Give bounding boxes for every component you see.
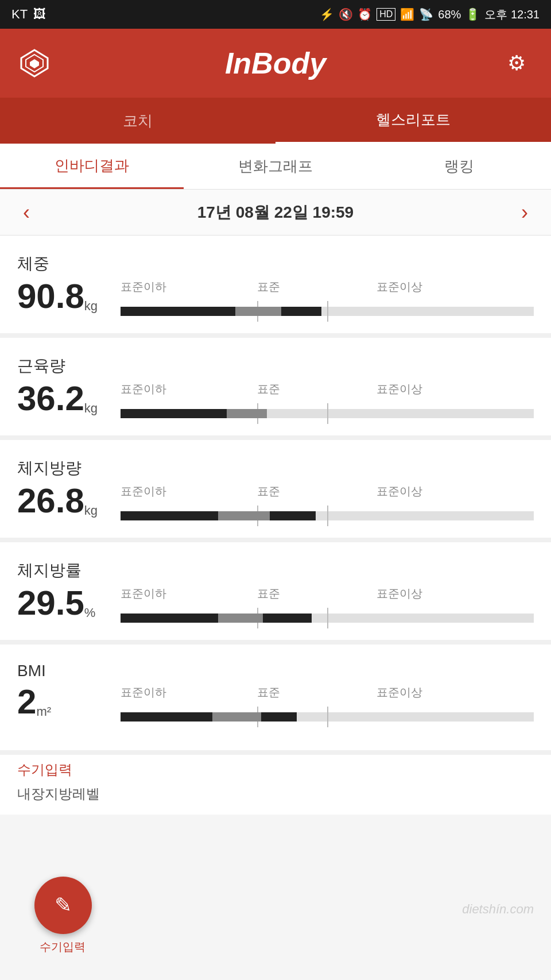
label-below: 표준이하 (121, 484, 166, 499)
sub-tab-coach[interactable]: 코치 (0, 98, 276, 144)
app-header: InBody ⚙ (0, 29, 551, 98)
time-display: 오후 12:31 (484, 7, 540, 22)
metric-weight-title: 체중 (17, 253, 534, 275)
metric-muscle: 근육량 36.2kg 표준이하 표준 표준이상 (0, 338, 551, 440)
metric-bmi-unit: m² (36, 704, 51, 719)
label-below: 표준이하 (121, 279, 166, 295)
metric-muscle-chart: 표준이하 표준 표준이상 (121, 381, 534, 424)
date-navigation: ‹ 17년 08월 22일 19:59 › (0, 190, 551, 236)
app-title: InBody (52, 46, 499, 80)
tab-change-graph[interactable]: 변화그래프 (184, 144, 367, 189)
label-above: 표준이상 (377, 484, 422, 499)
metric-bodyfat-value: 26.8 (17, 481, 84, 520)
bottom-visceral-label: 내장지방레벨 (0, 785, 551, 815)
prev-date-button[interactable]: ‹ (17, 195, 36, 230)
metric-bodyfatpct-title: 체지방률 (17, 560, 534, 581)
metric-weight-unit: kg (84, 299, 98, 313)
logo-icon (17, 48, 52, 79)
svg-marker-2 (30, 59, 39, 68)
metric-bodyfat-title: 체지방량 (17, 457, 534, 479)
label-above: 표준이상 (377, 279, 422, 295)
metric-weight: 체중 90.8kg 표준이하 표준 표준이상 (0, 236, 551, 338)
metric-bodyfat-chart-labels: 표준이하 표준 표준이상 (121, 484, 534, 500)
metric-weight-chart: 표준이하 표준 표준이상 (121, 279, 534, 322)
label-standard: 표준 (257, 381, 280, 397)
metric-bodyfatpct-bar (121, 608, 534, 628)
edit-icon: ✎ (55, 893, 72, 917)
metric-bmi-value-container: 2m² (17, 685, 109, 719)
battery-icon: 🔋 (465, 7, 480, 21)
label-standard: 표준 (257, 484, 280, 499)
label-above: 표준이상 (377, 586, 422, 601)
label-standard: 표준 (257, 279, 280, 295)
metric-bmi: BMI 2m² 표준이하 표준 표준이상 (0, 645, 551, 755)
mute-icon: 🔇 (339, 7, 353, 21)
metric-bmi-bar (121, 707, 534, 727)
metric-weight-value-container: 90.8kg (17, 279, 109, 314)
metric-muscle-value: 36.2 (17, 379, 84, 418)
metric-muscle-bar (121, 403, 534, 424)
settings-button[interactable]: ⚙ (499, 51, 534, 75)
label-below: 표준이하 (121, 381, 166, 397)
metric-muscle-chart-labels: 표준이하 표준 표준이상 (121, 381, 534, 398)
label-below: 표준이하 (121, 685, 166, 700)
tab-inbody-result[interactable]: 인바디결과 (0, 144, 184, 189)
current-date: 17년 08월 22일 19:59 (197, 202, 354, 223)
label-above: 표준이상 (377, 685, 422, 700)
bluetooth-icon: ⚡ (320, 7, 334, 21)
metric-bmi-chart-labels: 표준이하 표준 표준이상 (121, 685, 534, 701)
metric-bodyfat-bar (121, 506, 534, 526)
status-left: KT 🖼 (11, 7, 46, 22)
metric-weight-chart-labels: 표준이하 표준 표준이상 (121, 279, 534, 295)
carrier-text: KT (11, 7, 28, 22)
metric-bmi-title: BMI (17, 662, 534, 680)
metric-bodyfatpct-unit: % (84, 605, 96, 620)
signal-icon: 📡 (419, 7, 433, 21)
metric-bodyfatpct-value: 29.5 (17, 584, 84, 622)
battery-text: 68% (438, 8, 461, 21)
metric-bodyfat-value-container: 26.8kg (17, 484, 109, 518)
photo-icon: 🖼 (33, 7, 46, 22)
metric-weight-value: 90.8 (17, 277, 84, 315)
metric-bodyfat-unit: kg (84, 503, 98, 518)
label-below: 표준이하 (121, 586, 166, 601)
wifi-icon: 📶 (400, 7, 414, 21)
metric-bodyfatpct-chart-labels: 표준이하 표준 표준이상 (121, 586, 534, 602)
metric-bodyfatpct-value-container: 29.5% (17, 586, 109, 620)
metric-weight-bar (121, 301, 534, 322)
metric-bmi-chart: 표준이하 표준 표준이상 (121, 685, 534, 727)
metric-bodyfatpct-chart: 표준이하 표준 표준이상 (121, 586, 534, 628)
metric-bodyfatpct: 체지방률 29.5% 표준이하 표준 표준이상 (0, 542, 551, 645)
main-tabs: 인바디결과 변화그래프 랭킹 (0, 144, 551, 190)
metric-bodyfat: 체지방량 26.8kg 표준이하 표준 표준이상 (0, 440, 551, 542)
manual-input-fab[interactable]: ✎ (34, 877, 92, 934)
watermark: dietshín.com (462, 902, 534, 917)
status-bar: KT 🖼 ⚡ 🔇 ⏰ HD 📶 📡 68% 🔋 오후 12:31 (0, 0, 551, 29)
label-standard: 표준 (257, 586, 280, 601)
metric-bodyfat-chart: 표준이하 표준 표준이상 (121, 484, 534, 526)
alarm-icon: ⏰ (358, 7, 372, 21)
metric-muscle-unit: kg (84, 401, 98, 415)
fab-label: 수기입력 (25, 939, 100, 955)
status-right: ⚡ 🔇 ⏰ HD 📶 📡 68% 🔋 오후 12:31 (320, 7, 540, 22)
metric-muscle-title: 근육량 (17, 355, 534, 377)
tab-ranking[interactable]: 랭킹 (367, 144, 551, 189)
bottom-manual-label: 수기입력 (0, 755, 551, 785)
next-date-button[interactable]: › (515, 195, 534, 230)
metric-bmi-value: 2 (17, 682, 36, 721)
sub-header-tabs: 코치 헬스리포트 (0, 98, 551, 144)
label-standard: 표준 (257, 685, 280, 700)
sub-tab-healthreport[interactable]: 헬스리포트 (276, 98, 551, 144)
label-above: 표준이상 (377, 381, 422, 397)
inbody-brand-icon (19, 48, 50, 79)
hd-badge: HD (377, 8, 395, 21)
metric-muscle-value-container: 36.2kg (17, 381, 109, 416)
